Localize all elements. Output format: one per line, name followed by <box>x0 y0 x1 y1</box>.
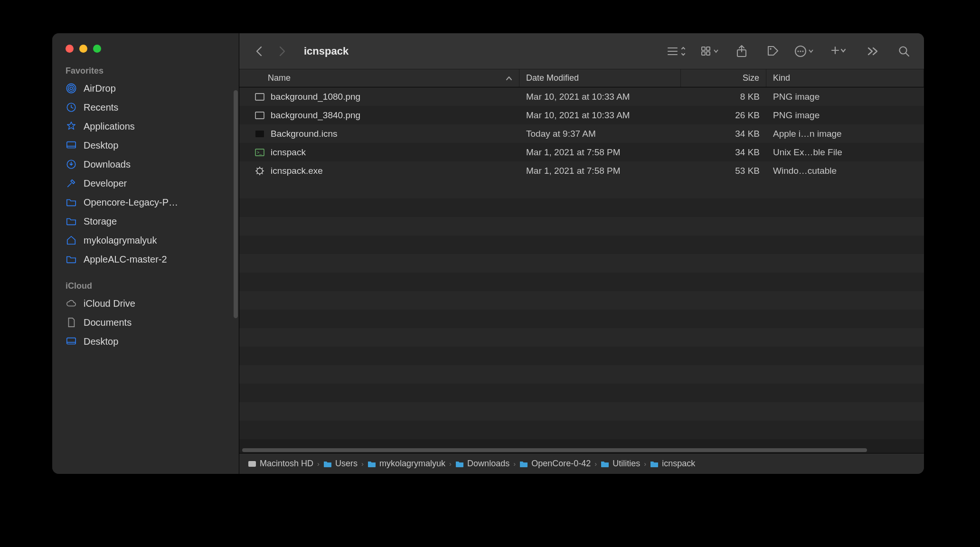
apps-icon <box>66 121 77 132</box>
sidebar-item[interactable]: Documents <box>52 313 239 332</box>
empty-row <box>239 365 924 384</box>
horizontal-scrollbar[interactable] <box>239 447 924 453</box>
svg-text:>_: >_ <box>257 150 262 155</box>
chevron-right-icon: › <box>317 460 320 468</box>
folder-icon <box>66 197 77 208</box>
chevron-right-icon: › <box>644 460 646 468</box>
path-item[interactable]: Users <box>323 459 358 469</box>
png-icon <box>254 110 265 121</box>
path-item[interactable]: mykolagrymalyuk <box>368 459 445 469</box>
empty-row <box>239 328 924 347</box>
sidebar-scrollbar[interactable] <box>234 90 238 318</box>
sidebar-item[interactable]: AppleALC-master-2 <box>52 250 239 269</box>
fullscreen-button[interactable] <box>93 45 101 53</box>
svg-line-36 <box>257 168 258 169</box>
svg-rect-4 <box>67 142 75 148</box>
path-label: icnspack <box>662 459 695 469</box>
svg-line-38 <box>257 173 258 174</box>
svg-line-25 <box>906 53 909 56</box>
sidebar-item-label: Downloads <box>84 159 131 170</box>
svg-point-17 <box>770 48 772 50</box>
svg-line-39 <box>262 168 263 169</box>
folder-icon <box>519 461 528 467</box>
column-kind[interactable]: Kind <box>766 69 924 87</box>
file-kind: Windo…cutable <box>766 166 924 176</box>
path-item[interactable]: Downloads <box>455 459 509 469</box>
svg-rect-13 <box>707 47 710 50</box>
file-name: background_1080.png <box>271 92 360 102</box>
forward-button[interactable] <box>273 42 292 61</box>
file-date: Mar 1, 2021 at 7:58 PM <box>519 147 681 158</box>
svg-rect-14 <box>702 52 705 55</box>
column-date[interactable]: Date Modified <box>519 69 681 87</box>
svg-rect-27 <box>255 112 264 119</box>
empty-row <box>239 254 924 273</box>
file-name: background_3840.png <box>271 110 360 121</box>
view-list-button[interactable] <box>667 42 686 61</box>
sidebar-section-label: Favorites <box>52 64 239 79</box>
airdrop-icon <box>66 83 77 94</box>
overflow-button[interactable] <box>863 42 882 61</box>
path-item[interactable]: icnspack <box>650 459 695 469</box>
new-folder-button[interactable] <box>829 42 848 61</box>
exe-icon <box>254 166 265 176</box>
share-button[interactable] <box>732 42 751 61</box>
sidebar-item-label: Recents <box>84 102 118 113</box>
back-button[interactable] <box>250 42 269 61</box>
empty-row <box>239 180 924 198</box>
sidebar-item[interactable]: Desktop <box>52 136 239 155</box>
hammer-icon <box>66 178 77 189</box>
sidebar-item-label: AppleALC-master-2 <box>84 254 167 265</box>
svg-point-21 <box>802 50 803 52</box>
sidebar-item[interactable]: Downloads <box>52 155 239 174</box>
folder-icon <box>323 461 332 467</box>
more-button[interactable] <box>795 42 814 61</box>
empty-row <box>239 198 924 217</box>
file-row[interactable]: Background.icns Today at 9:37 AM 34 KB A… <box>239 124 924 143</box>
sidebar-item[interactable]: Desktop <box>52 332 239 351</box>
scroll-thumb[interactable] <box>242 448 867 452</box>
file-name-cell: background_3840.png <box>239 110 519 121</box>
sidebar-section-label: iCloud <box>52 279 239 294</box>
search-button[interactable] <box>895 42 914 61</box>
path-item[interactable]: OpenCore-0-42 <box>519 459 591 469</box>
file-row[interactable]: background_1080.png Mar 10, 2021 at 10:3… <box>239 87 924 106</box>
file-name: icnspack.exe <box>271 166 323 176</box>
file-size: 26 KB <box>681 110 766 121</box>
path-item[interactable]: Utilities <box>601 459 640 469</box>
sidebar-item[interactable]: Opencore-Legacy-P… <box>52 193 239 212</box>
column-size[interactable]: Size <box>681 69 766 87</box>
path-label: mykolagrymalyuk <box>379 459 445 469</box>
empty-row <box>239 421 924 439</box>
sidebar-item[interactable]: AirDrop <box>52 79 239 98</box>
file-row[interactable]: icnspack.exe Mar 1, 2021 at 7:58 PM 53 K… <box>239 161 924 180</box>
sidebar-item[interactable]: Applications <box>52 117 239 136</box>
sidebar-item-label: iCloud Drive <box>84 298 135 309</box>
sidebar-item[interactable]: Developer <box>52 174 239 193</box>
path-item[interactable]: Macintosh HD <box>248 459 313 469</box>
close-button[interactable] <box>66 45 74 53</box>
tags-button[interactable] <box>763 42 782 61</box>
sidebar-item[interactable]: iCloud Drive <box>52 294 239 313</box>
svg-point-31 <box>257 168 263 174</box>
file-row[interactable]: background_3840.png Mar 10, 2021 at 10:3… <box>239 106 924 124</box>
sidebar-item[interactable]: Storage <box>52 212 239 231</box>
sidebar-item[interactable]: Recents <box>52 98 239 117</box>
sidebar-item[interactable]: mykolagrymalyuk <box>52 231 239 250</box>
column-kind-label: Kind <box>773 73 790 83</box>
folder-icon <box>601 461 609 467</box>
chevron-right-icon: › <box>513 460 516 468</box>
file-list: background_1080.png Mar 10, 2021 at 10:3… <box>239 87 924 447</box>
file-row[interactable]: >_ icnspack Mar 1, 2021 at 7:58 PM 34 KB… <box>239 143 924 161</box>
doc-icon <box>66 317 77 328</box>
column-size-label: Size <box>743 73 759 83</box>
sidebar-item-label: Applications <box>84 121 135 132</box>
svg-rect-40 <box>248 461 256 467</box>
window-controls <box>52 43 239 64</box>
group-by-button[interactable] <box>701 42 720 61</box>
minimize-button[interactable] <box>79 45 87 53</box>
folder-icon <box>368 461 376 467</box>
disk-icon <box>248 460 256 468</box>
column-name[interactable]: Name <box>239 69 519 87</box>
download-icon <box>66 159 77 170</box>
